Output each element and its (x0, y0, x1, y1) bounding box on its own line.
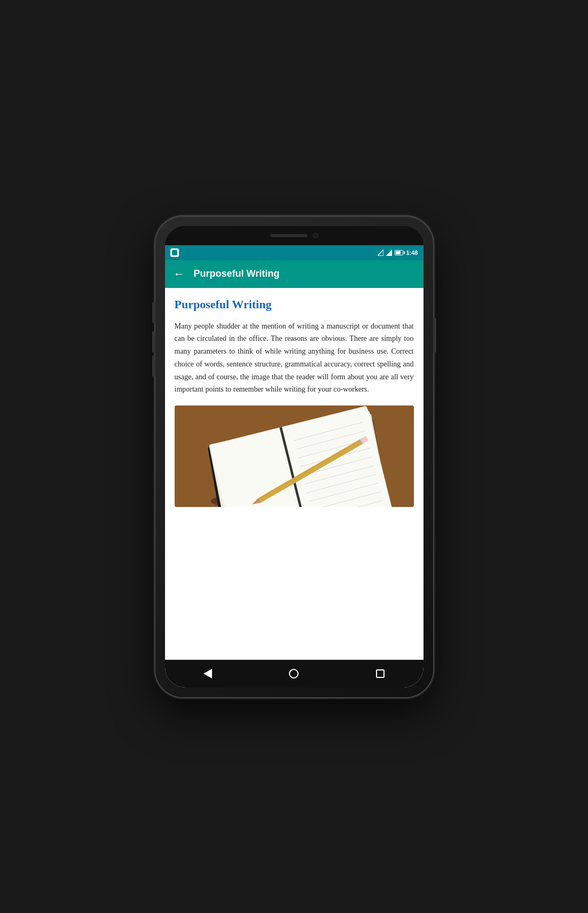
status-right: 1:48 (378, 249, 418, 256)
nav-home-icon (289, 669, 299, 678)
phone-device: 1:48 ← Purposeful Writing Purposeful Wri… (155, 216, 433, 697)
speaker-grille (270, 234, 308, 237)
signal-filled-icon (386, 249, 392, 256)
article-image (175, 405, 414, 507)
battery-fill (396, 251, 400, 254)
article-body: Many people shudder at the mention of wr… (175, 320, 414, 396)
svg-marker-1 (386, 249, 392, 256)
front-camera (313, 233, 318, 238)
phone-top-hardware (165, 226, 424, 245)
nav-recents-button[interactable] (365, 665, 395, 682)
battery-icon (395, 250, 403, 255)
app-bar-title: Purposeful Writing (194, 268, 280, 279)
nav-bar (165, 660, 424, 688)
svg-marker-0 (378, 249, 383, 256)
phone-screen-container: 1:48 ← Purposeful Writing Purposeful Wri… (165, 226, 424, 688)
screen: 1:48 ← Purposeful Writing Purposeful Wri… (165, 245, 424, 688)
back-button[interactable]: ← (174, 268, 185, 280)
nav-recents-icon (376, 669, 385, 678)
article-heading: Purposeful Writing (175, 298, 414, 311)
nav-back-icon (203, 669, 212, 678)
battery-body (395, 250, 403, 255)
status-left (170, 248, 179, 257)
notification-icon (170, 248, 179, 257)
status-time: 1:48 (406, 249, 418, 256)
app-bar: ← Purposeful Writing (165, 260, 424, 288)
nav-back-button[interactable] (193, 665, 223, 683)
content-area[interactable]: Purposeful Writing Many people shudder a… (165, 288, 424, 660)
status-bar: 1:48 (165, 245, 424, 260)
signal-triangle-icon (378, 249, 383, 256)
nav-home-button[interactable] (278, 665, 309, 683)
